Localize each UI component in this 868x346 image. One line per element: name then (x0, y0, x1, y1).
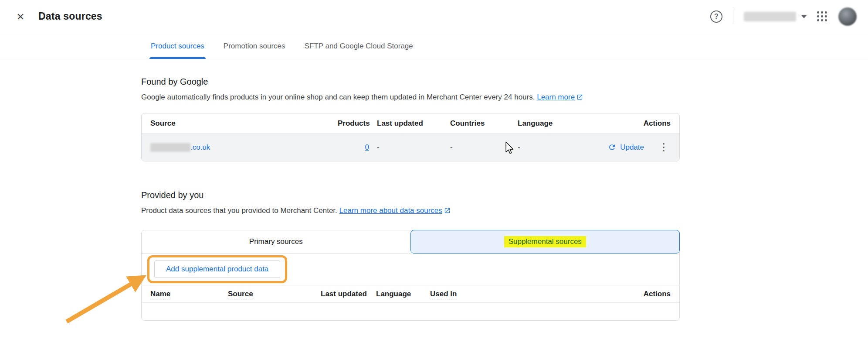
tab-sftp-gcs[interactable]: SFTP and Google Cloud Storage (303, 33, 414, 59)
found-by-google-description-text: Google automatically finds products in y… (141, 93, 535, 101)
learn-more-link[interactable]: Learn more (537, 93, 583, 101)
col-header-source: Source (228, 290, 321, 298)
provided-by-you-description: Product data sources that you provided t… (141, 206, 680, 215)
learn-more-data-sources-label: Learn more about data sources (339, 206, 442, 215)
source-type-tabs: Primary sources Supplemental sources (142, 230, 679, 254)
refresh-icon (608, 143, 616, 151)
products-count-link[interactable]: 0 (365, 143, 369, 151)
external-link-icon (444, 207, 451, 214)
col-header-last-updated: Last updated (377, 119, 450, 128)
update-label: Update (620, 143, 644, 152)
tab-promotion-sources[interactable]: Promotion sources (222, 33, 287, 59)
primary-sources-label: Primary sources (249, 237, 303, 246)
col-header-used-in: Used in (430, 290, 644, 298)
apps-grid-icon[interactable] (817, 11, 827, 21)
col-header-source-label: Source (228, 290, 253, 299)
external-link-icon (576, 94, 583, 100)
topbar-actions: ? (710, 7, 857, 26)
empty-table-body (142, 303, 679, 320)
annotation-highlight-box: Add supplemental product data (147, 255, 287, 283)
found-by-google-description: Google automatically finds products in y… (141, 93, 680, 102)
supplemental-sources-label-highlighted: Supplemental sources (504, 236, 586, 247)
last-updated-value: - (377, 143, 450, 152)
learn-more-data-sources-link[interactable]: Learn more about data sources (339, 206, 451, 215)
table-header-row: Source Products Last updated Countries L… (142, 113, 679, 134)
update-button[interactable]: Update (608, 143, 644, 152)
close-icon[interactable]: × (13, 10, 28, 23)
col-header-products: Products (338, 119, 369, 128)
col-header-language: Language (518, 119, 605, 128)
col-header-actions: Actions (644, 290, 671, 298)
found-by-google-table: Source Products Last updated Countries L… (141, 113, 680, 161)
tab-product-sources[interactable]: Product sources (149, 33, 206, 59)
provided-by-you-card: Primary sources Supplemental sources Add… (141, 230, 680, 321)
table-row: .co.uk 0 - - - Update ⋮ (142, 134, 679, 161)
tab-supplemental-sources[interactable]: Supplemental sources (410, 230, 680, 254)
chevron-down-icon (801, 15, 807, 18)
add-supplemental-product-data-button[interactable]: Add supplemental product data (154, 260, 280, 278)
topbar-divider (733, 10, 733, 24)
source-domain-redacted (150, 143, 190, 152)
source-domain-suffix: .co.uk (190, 143, 210, 152)
col-header-actions: Actions (605, 119, 671, 128)
countries-value: - (450, 143, 518, 152)
supplemental-table-header-row: Name Source Last updated Language Used i… (142, 285, 679, 303)
col-header-last-updated: Last updated (321, 290, 376, 298)
col-header-countries: Countries (450, 119, 518, 128)
col-header-language: Language (376, 290, 430, 298)
provided-by-you-description-text: Product data sources that you provided t… (141, 206, 337, 215)
col-header-used-in-label: Used in (430, 290, 457, 299)
main-content: Found by Google Google automatically fin… (141, 77, 680, 321)
account-name-redacted (744, 12, 796, 21)
row-menu-icon[interactable]: ⋮ (657, 142, 671, 152)
nav-tabs: Product sources Promotion sources SFTP a… (0, 33, 868, 59)
topbar: × Data sources ? (0, 0, 868, 33)
tab-primary-sources[interactable]: Primary sources (142, 230, 410, 254)
supplemental-actions-row: Add supplemental product data (142, 254, 679, 285)
account-selector[interactable] (744, 12, 817, 21)
col-header-source: Source (150, 119, 338, 128)
found-by-google-heading: Found by Google (141, 77, 680, 87)
language-value: - (518, 143, 605, 152)
provided-by-you-heading: Provided by you (141, 190, 680, 200)
help-icon[interactable]: ? (710, 10, 722, 23)
learn-more-label: Learn more (537, 93, 575, 101)
col-header-name: Name (150, 290, 228, 298)
source-domain-link[interactable]: .co.uk (150, 143, 210, 152)
avatar[interactable] (838, 7, 857, 26)
page-title: Data sources (38, 10, 102, 22)
col-header-name-label: Name (150, 290, 170, 299)
